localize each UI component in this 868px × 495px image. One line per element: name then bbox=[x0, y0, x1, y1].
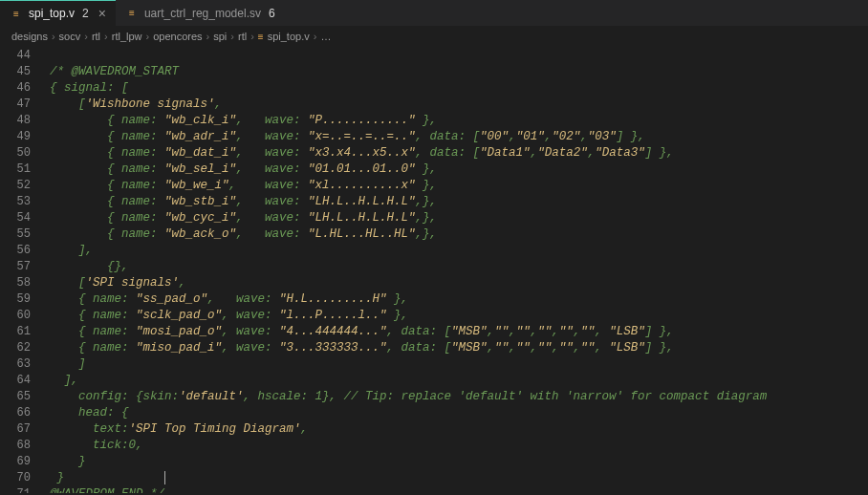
line-number: 58 bbox=[0, 275, 31, 291]
code-line[interactable]: { name: "wb_adr_i", wave: "x=..=..=..=..… bbox=[50, 129, 767, 145]
code-line[interactable]: { name: "wb_ack_o", wave: "L.HL...HL..HL… bbox=[50, 226, 767, 243]
text-cursor-icon bbox=[164, 471, 165, 484]
line-number: 63 bbox=[0, 356, 31, 373]
code-editor[interactable]: 4445464748495051525354555657585960616263… bbox=[0, 46, 868, 493]
code-line[interactable]: { name: "wb_dat_i", wave: "x3.x4...x5..x… bbox=[50, 145, 767, 161]
code-line[interactable]: { name: "mosi_pad_o", wave: "4...444444.… bbox=[50, 324, 767, 340]
line-number: 69 bbox=[0, 454, 31, 470]
code-line[interactable]: ['Wishbone signals', bbox=[50, 97, 767, 113]
tab-uart-model[interactable]: ≡ uart_ctrl_reg_model.sv 6 bbox=[116, 0, 285, 26]
chevron-right-icon: › bbox=[84, 31, 88, 42]
line-number: 57 bbox=[0, 259, 31, 275]
chevron-right-icon: › bbox=[146, 31, 150, 42]
chevron-right-icon: › bbox=[52, 31, 55, 42]
breadcrumb-seg[interactable]: designs bbox=[11, 31, 48, 42]
line-gutter: 4445464748495051525354555657585960616263… bbox=[0, 46, 38, 493]
code-line[interactable]: { signal: [ bbox=[50, 80, 767, 97]
line-number: 59 bbox=[0, 291, 31, 308]
breadcrumb-seg[interactable]: opencores bbox=[153, 31, 202, 42]
code-line[interactable]: text:'SPI Top Timing Diagram', bbox=[50, 421, 767, 438]
line-number: 51 bbox=[0, 161, 31, 178]
code-body[interactable]: /* @WAVEDROM_START{ signal: [ ['Wishbone… bbox=[38, 46, 767, 493]
line-number: 49 bbox=[0, 129, 31, 145]
code-line[interactable]: { name: "wb_sel_i", wave: "01.01...01..0… bbox=[50, 161, 767, 178]
breadcrumb-rest: … bbox=[320, 31, 331, 42]
tab-bar: ≡ spi_top.v 2 × ≡ uart_ctrl_reg_model.sv… bbox=[0, 0, 868, 27]
line-number: 47 bbox=[0, 97, 31, 113]
chevron-right-icon: › bbox=[104, 31, 108, 42]
line-number: 70 bbox=[0, 470, 31, 486]
code-line[interactable]: ], bbox=[50, 243, 767, 259]
chevron-right-icon: › bbox=[230, 31, 234, 42]
line-number: 67 bbox=[0, 421, 31, 438]
code-line[interactable]: ['SPI signals', bbox=[50, 275, 767, 291]
code-line[interactable]: @WAVEDROM_END */ bbox=[50, 486, 767, 493]
code-line[interactable]: head: { bbox=[50, 405, 767, 421]
code-line[interactable]: { name: "wb_cyc_i", wave: "LH.L..H.L.H.L… bbox=[50, 210, 767, 226]
verilog-file-icon: ≡ bbox=[10, 7, 23, 20]
dirty-count: 2 bbox=[82, 7, 89, 20]
code-line[interactable] bbox=[50, 48, 767, 64]
code-line[interactable]: tick:0, bbox=[50, 438, 767, 454]
line-number: 68 bbox=[0, 438, 31, 454]
line-number: 48 bbox=[0, 113, 31, 129]
tab-label: uart_ctrl_reg_model.sv bbox=[144, 7, 261, 20]
chevron-right-icon: › bbox=[206, 31, 210, 42]
code-line[interactable]: } bbox=[50, 470, 767, 486]
breadcrumb-seg[interactable]: rtl_lpw bbox=[112, 31, 142, 42]
chevron-right-icon: › bbox=[250, 31, 254, 42]
line-number: 61 bbox=[0, 324, 31, 340]
tab-label: spi_top.v bbox=[29, 7, 75, 20]
line-number: 53 bbox=[0, 194, 31, 210]
code-line[interactable]: { name: "wb_stb_i", wave: "LH.L..H.L.H.L… bbox=[50, 194, 767, 210]
code-line[interactable]: {}, bbox=[50, 259, 767, 275]
line-number: 56 bbox=[0, 243, 31, 259]
line-number: 50 bbox=[0, 145, 31, 161]
chevron-right-icon: › bbox=[314, 31, 317, 42]
dirty-count: 6 bbox=[269, 7, 275, 20]
close-icon[interactable]: × bbox=[98, 6, 106, 21]
code-line[interactable]: { name: "sclk_pad_o", wave: "l...P.....l… bbox=[50, 308, 767, 324]
line-number: 46 bbox=[0, 80, 31, 97]
code-line[interactable]: { name: "wb_we_i", wave: "xl..........x"… bbox=[50, 178, 767, 194]
code-line[interactable]: } bbox=[50, 454, 767, 470]
line-number: 66 bbox=[0, 405, 31, 421]
code-line[interactable]: { name: "wb_clk_i", wave: "P............… bbox=[50, 113, 767, 129]
tab-spi-top[interactable]: ≡ spi_top.v 2 × bbox=[0, 0, 116, 26]
code-line[interactable]: ] bbox=[50, 356, 767, 373]
line-number: 64 bbox=[0, 373, 31, 389]
line-number: 65 bbox=[0, 389, 31, 405]
breadcrumb-file[interactable]: spi_top.v bbox=[268, 31, 310, 42]
breadcrumb-seg[interactable]: spi bbox=[213, 31, 227, 42]
code-line[interactable]: ], bbox=[50, 373, 767, 389]
line-number: 52 bbox=[0, 178, 31, 194]
line-number: 62 bbox=[0, 340, 31, 356]
line-number: 60 bbox=[0, 308, 31, 324]
breadcrumb[interactable]: designs› socv› rtl› rtl_lpw› opencores› … bbox=[0, 27, 868, 46]
code-line[interactable]: { name: "ss_pad_o", wave: "H.L.........H… bbox=[50, 291, 767, 308]
line-number: 55 bbox=[0, 226, 31, 243]
verilog-file-icon: ≡ bbox=[258, 32, 264, 42]
line-number: 44 bbox=[0, 48, 31, 64]
code-line[interactable]: config: {skin:'default', hscale: 1}, // … bbox=[50, 389, 767, 405]
line-number: 71 bbox=[0, 486, 31, 493]
code-line[interactable]: { name: "miso_pad_i", wave: "3...333333.… bbox=[50, 340, 767, 356]
line-number: 54 bbox=[0, 210, 31, 226]
breadcrumb-seg[interactable]: rtl bbox=[92, 31, 100, 42]
sv-file-icon: ≡ bbox=[125, 7, 139, 20]
breadcrumb-seg[interactable]: rtl bbox=[238, 31, 247, 42]
code-line[interactable]: /* @WAVEDROM_START bbox=[50, 64, 767, 80]
breadcrumb-seg[interactable]: socv bbox=[59, 31, 81, 42]
line-number: 45 bbox=[0, 64, 31, 80]
